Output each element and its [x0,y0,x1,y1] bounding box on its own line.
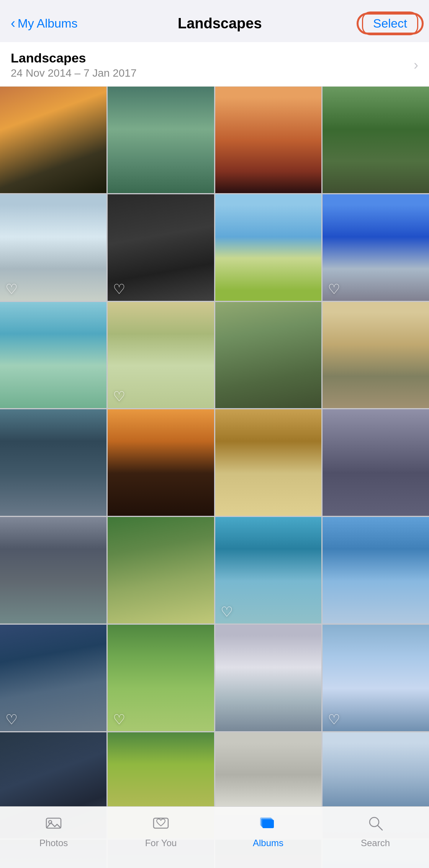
bottom-navigation: Photos For You Albums Search [0,806,429,868]
nav-item-search[interactable]: Search [352,814,398,848]
heart-icon: ♡ [221,605,233,619]
photo-cell[interactable]: ♡ [323,194,429,301]
album-date-range: 24 Nov 2014 – 7 Jan 2017 [11,67,136,79]
photo-cell[interactable] [108,517,214,624]
photos-icon [45,814,62,835]
nav-item-albums[interactable]: Albums [245,814,291,848]
heart-icon: ♡ [5,282,18,296]
photo-cell[interactable]: ♡ [108,302,214,409]
photo-cell[interactable]: ♡ [323,625,429,731]
photo-cell[interactable] [215,409,322,516]
select-button[interactable]: Select [362,11,418,35]
photo-cell[interactable] [0,517,106,624]
photo-cell[interactable] [108,87,214,193]
photo-cell[interactable] [215,302,322,409]
photo-cell[interactable]: ♡ [215,517,322,624]
nav-label-photos: Photos [39,838,68,848]
photo-cell[interactable] [323,87,429,193]
nav-label-for-you: For You [145,838,177,848]
photo-cell[interactable] [323,517,429,624]
svg-line-7 [378,825,382,830]
album-details: Landscapes 24 Nov 2014 – 7 Jan 2017 [11,51,136,79]
search-icon [367,814,384,835]
heart-icon: ♡ [113,713,125,727]
nav-label-search: Search [361,838,390,848]
photo-cell[interactable]: ♡ [0,194,106,301]
nav-item-photos[interactable]: Photos [31,814,77,848]
svg-rect-5 [260,817,272,826]
heart-icon: ♡ [113,390,125,404]
photo-cell[interactable] [0,87,106,193]
photo-cell[interactable] [215,625,322,731]
chevron-right-icon[interactable]: › [414,57,418,73]
photo-cell[interactable] [323,409,429,516]
photo-cell[interactable] [215,194,322,301]
heart-icon: ♡ [5,713,18,727]
select-button-wrapper: Select [362,16,418,31]
photo-cell[interactable] [215,87,322,193]
photo-cell[interactable]: ♡ [108,625,214,731]
for-you-icon [152,814,170,835]
navigation-header: ‹ My Albums Landscapes Select [0,0,429,42]
photo-cell[interactable] [108,409,214,516]
chevron-left-icon: ‹ [11,16,15,30]
albums-icon [259,814,277,835]
album-info-section: Landscapes 24 Nov 2014 – 7 Jan 2017 › [0,42,429,87]
photo-grid: ♡♡♡♡♡♡♡♡ [0,87,429,868]
photo-cell[interactable]: ♡ [108,194,214,301]
photo-cell[interactable] [0,409,106,516]
photo-cell[interactable]: ♡ [0,625,106,731]
page-title: Landscapes [178,15,262,32]
back-label: My Albums [18,16,77,31]
photo-cell[interactable] [0,302,106,409]
heart-icon: ♡ [328,713,340,727]
nav-label-albums: Albums [253,838,283,848]
album-title: Landscapes [11,51,136,66]
heart-icon: ♡ [113,282,125,296]
photo-cell[interactable] [323,302,429,409]
heart-icon: ♡ [328,282,340,296]
back-button[interactable]: ‹ My Albums [11,16,77,31]
nav-item-for-you[interactable]: For You [138,814,184,848]
